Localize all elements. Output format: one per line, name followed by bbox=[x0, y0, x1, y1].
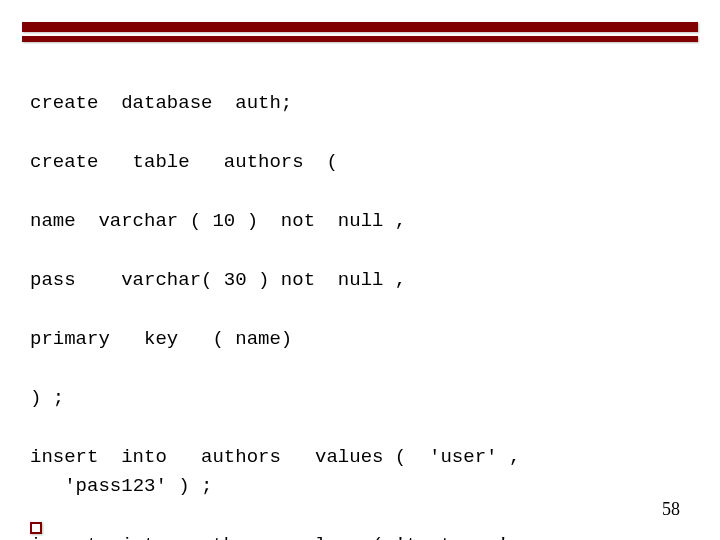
slide: create database auth; create table autho… bbox=[0, 0, 720, 540]
code-line: primary key ( name) bbox=[30, 325, 690, 354]
code-line: pass varchar( 30 ) not null , bbox=[30, 266, 690, 295]
title-bar-thick bbox=[22, 22, 698, 32]
title-bar bbox=[22, 22, 698, 42]
code-line: insert into authors values ( 'user' , 'p… bbox=[30, 443, 690, 502]
code-line: name varchar ( 10 ) not null , bbox=[30, 207, 690, 236]
code-line: create table authors ( bbox=[30, 148, 690, 177]
footer-square-icon bbox=[30, 522, 42, 534]
title-bar-thin bbox=[22, 36, 698, 42]
code-line: insert into authors values ( 'testuser' … bbox=[30, 531, 690, 540]
code-line: ) ; bbox=[30, 384, 690, 413]
page-number: 58 bbox=[662, 499, 680, 520]
code-block: create database auth; create table autho… bbox=[30, 60, 690, 540]
code-line: create database auth; bbox=[30, 89, 690, 118]
